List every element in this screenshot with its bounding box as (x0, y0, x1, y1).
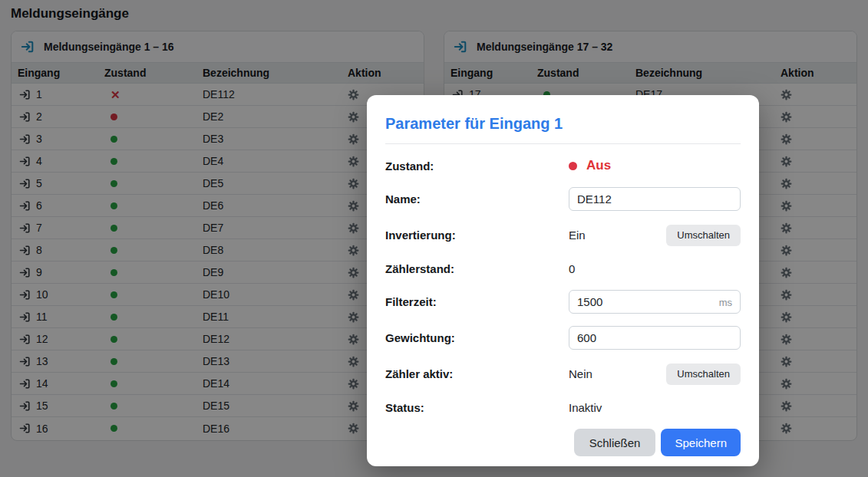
close-button[interactable]: Schließen (574, 429, 656, 456)
field-row-zaehler-aktiv: Zähler aktiv: Nein Umschalten (385, 362, 741, 386)
status-label: Status: (385, 401, 569, 414)
zaehlerstand-label: Zählerstand: (385, 262, 569, 275)
name-label: Name: (385, 192, 569, 206)
modal-divider (385, 143, 741, 144)
field-row-filterzeit: Filterzeit: ms (385, 290, 741, 314)
zaehlerstand-value: 0 (569, 262, 575, 275)
filterzeit-label: Filterzeit: (385, 295, 569, 308)
zustand-label: Zustand: (385, 160, 569, 173)
invertierung-toggle-button[interactable]: Umschalten (666, 225, 741, 246)
filterzeit-input[interactable] (569, 290, 741, 314)
modal-title: Parameter für Eingang 1 (385, 115, 741, 133)
field-row-zustand: Zustand: Aus (385, 156, 741, 175)
field-row-status: Status: Inaktiv (385, 398, 741, 416)
gewichtung-input[interactable] (569, 326, 741, 350)
parameter-modal: Parameter für Eingang 1 Zustand: Aus Nam… (367, 95, 759, 466)
field-row-name: Name: (385, 187, 741, 211)
invertierung-value: Ein (569, 229, 586, 242)
zaehler-aktiv-toggle-button[interactable]: Umschalten (666, 364, 741, 385)
field-row-zaehlerstand: Zählerstand: 0 (385, 259, 741, 278)
status-value: Inaktiv (569, 401, 602, 414)
zaehler-aktiv-value: Nein (569, 367, 592, 380)
invertierung-label: Invertierung: (385, 229, 569, 242)
zaehler-aktiv-label: Zähler aktiv: (385, 367, 569, 380)
field-row-gewichtung: Gewichtung: (385, 326, 741, 350)
field-row-invertierung: Invertierung: Ein Umschalten (385, 223, 741, 247)
zustand-value: Aus (586, 158, 611, 173)
name-input[interactable] (569, 187, 741, 211)
gewichtung-label: Gewichtung: (385, 331, 569, 344)
state-off-icon (569, 162, 577, 170)
save-button[interactable]: Speichern (661, 429, 741, 456)
